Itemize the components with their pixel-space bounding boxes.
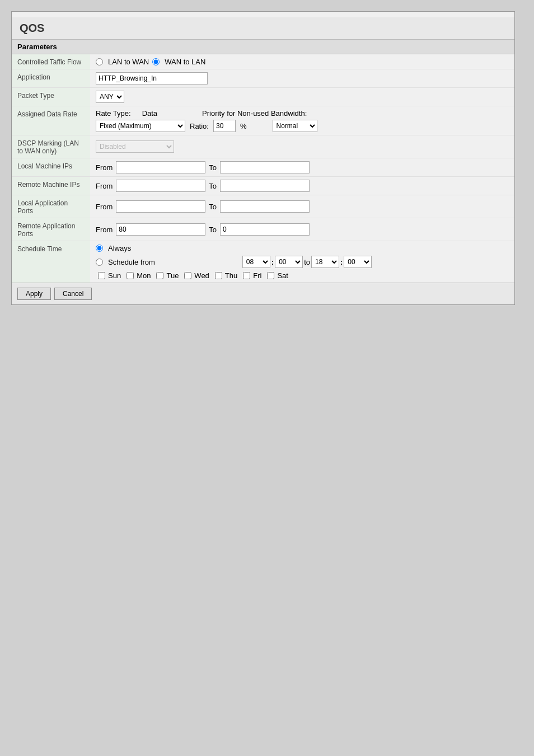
params-table: Parameters Controlled Taffic Flow LAN to…	[12, 40, 514, 283]
table-row: DSCP Marking (LAN to WAN only) Disabled	[12, 135, 514, 158]
application-value	[90, 69, 514, 88]
colon2: :	[340, 258, 343, 266]
packet-type-value: ANY	[90, 88, 514, 106]
tue-checkbox[interactable]	[156, 272, 163, 279]
qos-form: QOS Parameters Controlled Taffic Flow LA…	[11, 11, 515, 305]
remote-machine-to-label: To	[209, 182, 217, 190]
local-app-ports-label: Local Application Ports	[12, 195, 90, 218]
local-machine-ips-label: Local Machine IPs	[12, 158, 90, 177]
remote-machine-ips-value: From To	[90, 177, 514, 195]
mon-label: Mon	[137, 271, 151, 280]
local-app-from-label: From	[96, 203, 113, 211]
apply-button[interactable]: Apply	[17, 288, 51, 300]
rate-type-select[interactable]: Fixed (Maximum) Fixed (Minimum) Relative	[96, 120, 185, 132]
thu-checkbox[interactable]	[215, 272, 222, 279]
lan-to-wan-radio[interactable]	[96, 58, 103, 65]
remote-machine-to-input[interactable]	[220, 180, 310, 192]
remote-app-to-label: To	[209, 226, 217, 234]
schedule-time-value: Always Schedule from 08 09 10	[90, 241, 514, 283]
tue-label: Tue	[166, 271, 179, 280]
remote-machine-from-input[interactable]	[116, 180, 205, 192]
rate-type-label: Rate Type:	[96, 109, 131, 118]
sat-checkbox[interactable]	[267, 272, 274, 279]
local-machine-from-label: From	[96, 163, 113, 172]
application-label: Application	[12, 69, 90, 88]
assigned-data-rate-label: Assigned Data Rate	[12, 106, 90, 135]
assigned-data-rate-value: Rate Type: Data Priority for Non-used Ba…	[90, 106, 514, 135]
table-row: Controlled Taffic Flow LAN to WAN WAN to…	[12, 54, 514, 69]
local-app-to-input[interactable]	[220, 200, 310, 213]
params-header: Parameters	[12, 40, 514, 54]
controlled-traffic-value: LAN to WAN WAN to LAN	[90, 54, 514, 69]
wan-to-lan-radio[interactable]	[152, 58, 160, 65]
wed-checkbox[interactable]	[184, 272, 191, 279]
sun-label: Sun	[108, 271, 121, 280]
table-row: Remote Application Ports From To	[12, 218, 514, 241]
table-row: Remote Machine IPs From To	[12, 177, 514, 195]
to-label: to	[304, 258, 310, 266]
sat-label: Sat	[277, 271, 288, 280]
dscp-marking-label: DSCP Marking (LAN to WAN only)	[12, 135, 90, 158]
page-title: QOS	[12, 17, 514, 40]
local-machine-from-input[interactable]	[116, 161, 205, 173]
sun-checkbox[interactable]	[98, 272, 105, 279]
ratio-input[interactable]	[213, 120, 236, 132]
local-machine-ips-value: From To	[90, 158, 514, 177]
remote-app-from-label: From	[96, 226, 113, 234]
packet-type-label: Packet Type	[12, 88, 90, 106]
dscp-marking-select[interactable]: Disabled	[96, 140, 174, 153]
table-row: Local Machine IPs From To	[12, 158, 514, 177]
schedule-from-radio[interactable]	[96, 259, 103, 266]
ratio-label: Ratio:	[190, 122, 209, 130]
wan-to-lan-label: WAN to LAN	[165, 58, 205, 66]
schedule-time-label: Schedule Time	[12, 241, 90, 283]
remote-machine-from-label: From	[96, 182, 113, 190]
from-hour-select[interactable]: 08 09 10	[242, 256, 270, 268]
application-input[interactable]	[96, 72, 208, 84]
thu-label: Thu	[225, 271, 237, 280]
table-row: Schedule Time Always Schedule from	[12, 241, 514, 283]
remote-app-ports-label: Remote Application Ports	[12, 218, 90, 241]
to-hour-select[interactable]: 08 09 10 11 12 13 14 15 16 17	[311, 256, 339, 268]
dscp-marking-value: Disabled	[90, 135, 514, 158]
remote-app-ports-value: From To	[90, 218, 514, 241]
fri-checkbox[interactable]	[243, 272, 250, 279]
remote-app-to-input[interactable]	[220, 223, 310, 236]
priority-label: Priority for Non-used Bandwidth:	[202, 109, 307, 118]
priority-select[interactable]: Normal Low High	[273, 120, 317, 132]
local-app-ports-value: From To	[90, 195, 514, 218]
cancel-button[interactable]: Cancel	[54, 288, 92, 300]
data-ratio-label: Data	[142, 109, 157, 118]
local-app-from-input[interactable]	[116, 200, 205, 213]
always-label: Always	[108, 244, 131, 252]
table-row: Local Application Ports From To	[12, 195, 514, 218]
table-row: Packet Type ANY	[12, 88, 514, 106]
schedule-from-label: Schedule from	[108, 258, 155, 266]
lan-to-wan-label: LAN to WAN	[108, 58, 149, 66]
packet-type-select[interactable]: ANY	[96, 91, 124, 103]
ratio-unit: %	[240, 122, 247, 130]
from-min-select[interactable]: 00 15 30 45	[275, 256, 303, 268]
mon-checkbox[interactable]	[127, 272, 134, 279]
buttons-row: Apply Cancel	[12, 283, 514, 304]
always-radio[interactable]	[96, 245, 103, 252]
local-machine-to-input[interactable]	[220, 161, 310, 173]
controlled-traffic-label: Controlled Taffic Flow	[12, 54, 90, 69]
wed-label: Wed	[194, 271, 209, 280]
local-app-to-label: To	[209, 203, 217, 211]
fri-label: Fri	[253, 271, 261, 280]
remote-machine-ips-label: Remote Machine IPs	[12, 177, 90, 195]
colon1: :	[271, 258, 274, 266]
table-row: Application	[12, 69, 514, 88]
local-machine-to-label: To	[209, 163, 217, 172]
to-min-select[interactable]: 00 15 30 45	[344, 256, 372, 268]
remote-app-from-input[interactable]	[116, 223, 205, 236]
table-row: Assigned Data Rate Rate Type: Data Prior…	[12, 106, 514, 135]
